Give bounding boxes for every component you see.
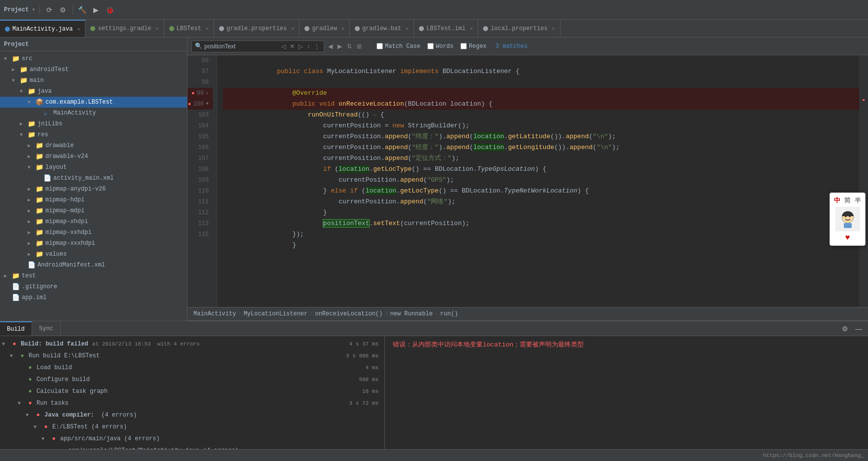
sync-btn[interactable]: ⟳ bbox=[44, 4, 55, 15]
ok-icon: ● bbox=[18, 352, 27, 359]
bottom-settings-btn[interactable]: ⚙ bbox=[839, 323, 850, 334]
words-option[interactable]: Words bbox=[425, 43, 455, 50]
bottom-tab-sync[interactable]: Sync bbox=[32, 321, 61, 336]
search-options-btn[interactable]: ⋮ bbox=[313, 43, 321, 50]
search-back-btn[interactable]: ◀ bbox=[327, 43, 334, 50]
match-case-checkbox[interactable] bbox=[377, 43, 383, 49]
tree-item-package[interactable]: ▼ 📦 com.example.LBSTest bbox=[0, 97, 187, 108]
build-tree[interactable]: ▼ ● Build: build failed at 2019/2/13 18:… bbox=[0, 336, 385, 449]
tab-gradlew-bat[interactable]: gradlew.bat ✕ bbox=[350, 20, 414, 37]
tree-item-mipmap-mdpi[interactable]: ▶ 📁 mipmap-mdpi bbox=[0, 205, 187, 216]
tab-icon-gp bbox=[219, 26, 224, 31]
code-line-98: @Override bbox=[223, 77, 859, 88]
words-checkbox[interactable] bbox=[427, 43, 434, 49]
ok-icon: ● bbox=[26, 376, 35, 383]
code-line-96: public class MyLocationListener implemen… bbox=[223, 55, 859, 66]
tree-item-mipmap-anydpi[interactable]: ▶ 📁 mipmap-anydpi-v26 bbox=[0, 184, 187, 194]
tab-close-btn[interactable]: ✕ bbox=[291, 26, 294, 32]
tree-item-drawable-v24[interactable]: ▶ 📁 drawable-v24 bbox=[0, 151, 187, 162]
breadcrumb-item-1[interactable]: MainActivity bbox=[193, 310, 236, 317]
tree-item-values[interactable]: ▶ 📁 values bbox=[0, 249, 187, 260]
tab-lbs-test-iml[interactable]: LBSTest.iml ✕ bbox=[414, 20, 478, 37]
tree-item-androidtest[interactable]: ▶ 📁 androidTest bbox=[0, 64, 187, 75]
breadcrumb-item-2[interactable]: MyLocationListener bbox=[244, 310, 308, 317]
breadcrumb-item-4[interactable]: new Runnable bbox=[390, 310, 432, 317]
tab-close-btn[interactable]: ✕ bbox=[77, 26, 80, 32]
tab-gradlew[interactable]: gradlew ✕ bbox=[300, 20, 349, 37]
build-item-calculate[interactable]: ● Calculate task graph 16 ms bbox=[0, 385, 384, 397]
tree-item-main[interactable]: ▼ 📁 main bbox=[0, 75, 187, 86]
tree-arrow: ▼ bbox=[20, 132, 27, 138]
ime-popup[interactable]: 中 简 半 ♥ bbox=[830, 192, 866, 246]
build-label: Load build bbox=[37, 364, 72, 371]
regex-option[interactable]: Regex bbox=[458, 43, 489, 50]
build-label: E:/LBSTest (4 errors) bbox=[52, 423, 127, 430]
build-item-load[interactable]: ● Load build 4 ms bbox=[0, 362, 384, 374]
tree-item-jnilibs[interactable]: ▶ 📁 jniLibs bbox=[0, 118, 187, 129]
tab-close-btn[interactable]: ✕ bbox=[155, 26, 158, 32]
tree-item-mipmap-xxxhdpi[interactable]: ▶ 📁 mipmap-xxxhdpi bbox=[0, 238, 187, 249]
search-find-btn[interactable]: ↕ bbox=[306, 43, 311, 50]
tree-item-mainactivity[interactable]: ☕ MainActivity bbox=[0, 108, 187, 118]
tab-main-activity[interactable]: MainActivity.java ✕ bbox=[0, 20, 85, 37]
match-case-option[interactable]: Match Case bbox=[375, 43, 422, 50]
tree-item-androidmanifest[interactable]: 📄 AndroidManifest.xml bbox=[0, 260, 187, 270]
search-next-btn[interactable]: ▷ bbox=[298, 43, 304, 50]
build-item-configure[interactable]: ● Configure build 588 ms bbox=[0, 374, 384, 385]
tab-local-properties[interactable]: local.properties ✕ bbox=[478, 20, 560, 37]
code-editor[interactable]: 96 97 98 ● 99 ↓ ● 100 + 103 104 105 106 … bbox=[188, 55, 868, 307]
build-btn[interactable]: 🔨 bbox=[77, 4, 88, 15]
search-input[interactable] bbox=[204, 43, 278, 50]
build-item-e-lbstest[interactable]: ▼ ● E:/LBSTest (4 errors) bbox=[0, 421, 384, 433]
tree-item-java[interactable]: ▼ 📁 java bbox=[0, 86, 187, 97]
build-item-mainactivity-file[interactable]: ▼ ● com/example/LBSTest/MainActivity.jav… bbox=[0, 445, 384, 449]
tree-item-test[interactable]: ▶ 📁 test bbox=[0, 270, 187, 281]
build-label: Configure build bbox=[37, 376, 90, 383]
tree-label: values bbox=[45, 251, 67, 258]
tab-settings-gradle[interactable]: settings.gradle ✕ bbox=[85, 20, 164, 37]
tree-item-drawable[interactable]: ▶ 📁 drawable bbox=[0, 140, 187, 151]
tab-lbs-test[interactable]: LBSTest ✕ bbox=[164, 20, 214, 37]
ime-label-half: 半 bbox=[855, 196, 861, 205]
tab-close-btn[interactable]: ✕ bbox=[552, 26, 555, 32]
build-item-app-src[interactable]: ▼ ● app/src/main/java (4 errors) bbox=[0, 433, 384, 445]
build-item-run-tasks[interactable]: ▼ ● Run tasks 3 s 72 ms bbox=[0, 397, 384, 409]
debug-btn[interactable]: 🐞 bbox=[105, 4, 115, 15]
search-arrows-btn[interactable]: ⇅ bbox=[346, 43, 353, 50]
settings-btn[interactable]: ⚙ bbox=[58, 4, 69, 15]
dropdown-icon[interactable]: ▾ bbox=[32, 6, 35, 13]
tree-item-src[interactable]: ▼ 📁 src bbox=[0, 53, 187, 64]
run-btn[interactable]: ▶ bbox=[91, 4, 102, 15]
tab-gradle-properties[interactable]: gradle.properties ✕ bbox=[214, 20, 300, 37]
error-icon: ● bbox=[49, 435, 58, 442]
tab-close-btn[interactable]: ✕ bbox=[341, 26, 344, 32]
tree-label: mipmap-hdpi bbox=[45, 196, 84, 203]
code-content[interactable]: public class MyLocationListener implemen… bbox=[217, 55, 859, 307]
search-clear-btn[interactable]: ✕ bbox=[289, 43, 296, 50]
search-filter-btn[interactable]: ⊞ bbox=[356, 43, 363, 50]
breadcrumb-item-5[interactable]: run() bbox=[440, 310, 458, 317]
tab-close-btn[interactable]: ✕ bbox=[206, 26, 209, 32]
tree-item-res[interactable]: ▼ 📁 res bbox=[0, 129, 187, 140]
breadcrumb-item-3[interactable]: onReceiveLocation() bbox=[315, 310, 382, 317]
tree-item-mipmap-xxhdpi[interactable]: ▶ 📁 mipmap-xxhdpi bbox=[0, 227, 187, 238]
build-item-root[interactable]: ▼ ● Build: build failed at 2019/2/13 18:… bbox=[0, 338, 384, 350]
folder-icon: 📁 bbox=[36, 207, 43, 215]
tree-item-app-iml[interactable]: 📄 app.iml bbox=[0, 292, 187, 303]
gutter-line-97: 97 bbox=[188, 66, 213, 77]
regex-checkbox[interactable] bbox=[460, 43, 467, 49]
tree-item-mipmap-hdpi[interactable]: ▶ 📁 mipmap-hdpi bbox=[0, 194, 187, 205]
tree-item-layout[interactable]: ▼ 📁 layout bbox=[0, 162, 187, 173]
search-forward-btn[interactable]: ▶ bbox=[337, 43, 343, 50]
tab-close-btn[interactable]: ✕ bbox=[406, 26, 409, 32]
tree-item-gitignore[interactable]: 📄 .gitignore bbox=[0, 281, 187, 292]
search-prev-btn[interactable]: ◁ bbox=[280, 43, 287, 50]
build-item-java-compiler[interactable]: ▼ ● Java compiler: (4 errors) bbox=[0, 409, 384, 421]
sidebar-tree[interactable]: ▼ 📁 src ▶ 📁 androidTest ▼ 📁 main ▼ 📁 jav… bbox=[0, 51, 187, 321]
tree-item-mipmap-xhdpi[interactable]: ▶ 📁 mipmap-xhdpi bbox=[0, 216, 187, 227]
tree-item-activity-main[interactable]: 📄 activity_main.xml bbox=[0, 173, 187, 184]
build-item-run-build[interactable]: ▼ ● Run build E:\LBSTest 3 s 686 ms bbox=[0, 350, 384, 362]
bottom-close-btn[interactable]: — bbox=[853, 323, 864, 334]
tab-close-btn[interactable]: ✕ bbox=[470, 26, 473, 32]
bottom-tab-build[interactable]: Build bbox=[0, 321, 32, 336]
